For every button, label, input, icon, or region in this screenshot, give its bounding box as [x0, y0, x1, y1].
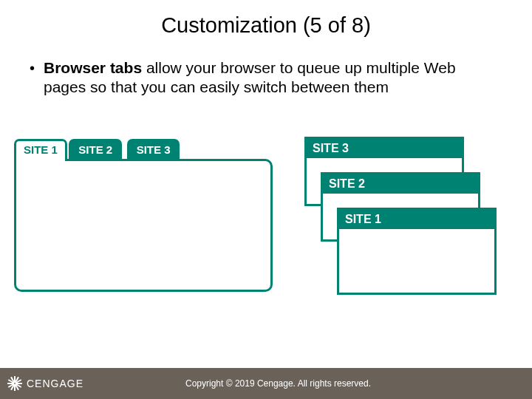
window-body [339, 229, 494, 293]
tab-body [14, 159, 273, 292]
bullet-lead: Browser tabs [44, 59, 142, 76]
slide: Customization (5 of 8) • Browser tabs al… [0, 0, 532, 399]
stacked-windows: SITE 3 SITE 2 SITE 1 [304, 137, 504, 307]
starburst-icon [7, 376, 22, 391]
tab-site3[interactable]: SITE 3 [127, 139, 180, 161]
tab-site2[interactable]: SITE 2 [69, 139, 122, 161]
footer-bar: CENGAGE Copyright © 2019 Cengage. All ri… [0, 368, 532, 399]
bullet-item: • Browser tabs allow your browser to que… [0, 38, 532, 97]
slide-title: Customization (5 of 8) [0, 0, 532, 38]
brand-text: CENGAGE [27, 378, 83, 389]
illustration-area: SITE 1 SITE 2 SITE 3 SITE 3 SITE 2 SITE … [15, 139, 517, 324]
bullet-text: Browser tabs allow your browser to queue… [44, 58, 491, 97]
window-site1: SITE 1 [337, 208, 497, 295]
tabbed-window: SITE 1 SITE 2 SITE 3 [15, 139, 273, 294]
tab-site1[interactable]: SITE 1 [14, 139, 67, 161]
window-header: SITE 2 [323, 174, 478, 194]
brand-logo: CENGAGE [0, 376, 83, 391]
copyright-text: Copyright © 2019 Cengage. All rights res… [83, 378, 532, 389]
window-header: SITE 3 [307, 139, 462, 158]
window-header: SITE 1 [339, 210, 494, 229]
bullet-marker: • [30, 58, 44, 78]
tab-bar: SITE 1 SITE 2 SITE 3 [14, 139, 180, 161]
